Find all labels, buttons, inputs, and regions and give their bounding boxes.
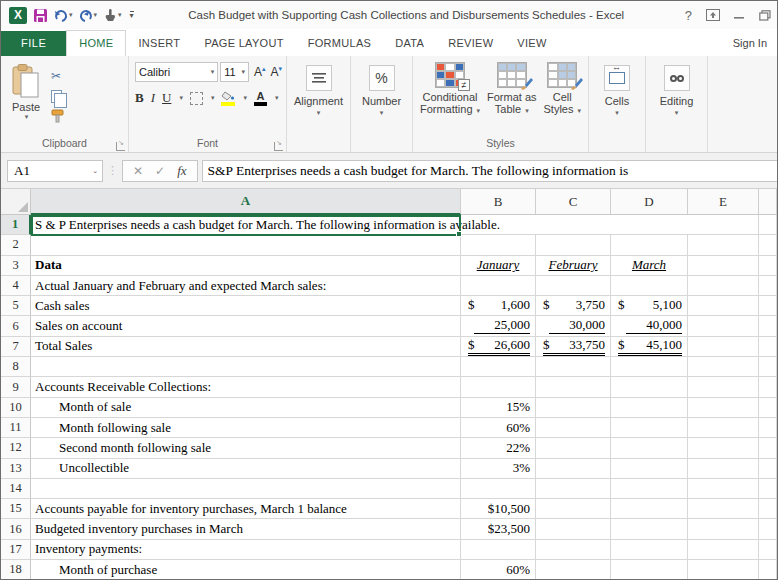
undo-button[interactable]: ▾: [52, 8, 75, 23]
cell-E8[interactable]: [688, 357, 759, 377]
cell-B5[interactable]: $1,600: [461, 296, 536, 316]
cell-D7[interactable]: $45,100: [611, 337, 688, 357]
cell-B7[interactable]: $26,600: [461, 337, 536, 357]
cell-F5[interactable]: [759, 296, 777, 316]
editing-group[interactable]: Editing ▾: [646, 56, 708, 152]
select-all-corner[interactable]: [1, 189, 31, 215]
cell-E18[interactable]: [688, 560, 759, 580]
row-header-15[interactable]: 15: [1, 499, 31, 519]
column-header-c[interactable]: C: [536, 189, 611, 215]
tab-page-layout[interactable]: PAGE LAYOUT: [192, 31, 295, 56]
cell-E5[interactable]: [688, 296, 759, 316]
cell-A12[interactable]: Second month following sale: [31, 438, 461, 458]
cell-D2[interactable]: [611, 235, 688, 255]
row-header-6[interactable]: 6: [1, 316, 31, 336]
cell-D12[interactable]: [611, 438, 688, 458]
cell-B15[interactable]: $10,500: [461, 499, 536, 519]
cell-D11[interactable]: [611, 418, 688, 438]
cell-F13[interactable]: [759, 459, 777, 479]
cell-C3[interactable]: February: [536, 256, 611, 276]
shrink-font-button[interactable]: A: [270, 65, 282, 79]
cell-C11[interactable]: [536, 418, 611, 438]
cell-F11[interactable]: [759, 418, 777, 438]
excel-app-icon[interactable]: X: [7, 6, 29, 25]
cell-D18[interactable]: [611, 560, 688, 580]
cell-A15[interactable]: Accounts payable for inventory purchases…: [31, 499, 461, 519]
font-color-dropdown[interactable]: ▾: [275, 94, 279, 102]
font-name-select[interactable]: Calibri▾: [135, 62, 218, 82]
row-header-14[interactable]: 14: [1, 479, 31, 499]
cell-C7[interactable]: $33,750: [536, 337, 611, 357]
cell-F10[interactable]: [759, 398, 777, 418]
borders-button[interactable]: [190, 92, 203, 105]
cell-C15[interactable]: [536, 499, 611, 519]
row-header-9[interactable]: 9: [1, 377, 31, 397]
name-box-dropdown[interactable]: ⌄: [92, 167, 98, 175]
cell-A10[interactable]: Month of sale: [31, 398, 461, 418]
grow-font-button[interactable]: A: [254, 65, 266, 79]
row-header-10[interactable]: 10: [1, 398, 31, 418]
cell-C10[interactable]: [536, 398, 611, 418]
row-header-1[interactable]: 1: [1, 215, 31, 235]
tab-insert[interactable]: INSERT: [126, 31, 192, 56]
copy-button[interactable]: ▾: [51, 88, 67, 104]
cell-D8[interactable]: [611, 357, 688, 377]
tab-data[interactable]: DATA: [383, 31, 436, 56]
cell-B13[interactable]: 3%: [461, 459, 536, 479]
sign-in-link[interactable]: Sign In: [723, 31, 777, 56]
cell-D13[interactable]: [611, 459, 688, 479]
cell-F6[interactable]: [759, 316, 777, 336]
cell-F17[interactable]: [759, 540, 777, 560]
cell-F1[interactable]: [759, 215, 777, 235]
cell-B4[interactable]: [461, 276, 536, 296]
cell-E12[interactable]: [688, 438, 759, 458]
cell-E3[interactable]: [688, 256, 759, 276]
cell-A11[interactable]: Month following sale: [31, 418, 461, 438]
cell-A18[interactable]: Month of purchase: [31, 560, 461, 580]
customize-qat-button[interactable]: ▾: [126, 10, 136, 20]
cell-F15[interactable]: [759, 499, 777, 519]
cell-B10[interactable]: 15%: [461, 398, 536, 418]
column-header-d[interactable]: D: [611, 189, 688, 215]
cell-F7[interactable]: [759, 337, 777, 357]
cell-E14[interactable]: [688, 479, 759, 499]
cell-F2[interactable]: [759, 235, 777, 255]
cell-F18[interactable]: [759, 560, 777, 580]
cell-C12[interactable]: [536, 438, 611, 458]
cell-C18[interactable]: [536, 560, 611, 580]
cell-F8[interactable]: [759, 357, 777, 377]
cell-D15[interactable]: [611, 499, 688, 519]
cell-E1[interactable]: [688, 215, 759, 235]
cell-A16[interactable]: Budgeted inventory purchases in March: [31, 519, 461, 539]
cell-E11[interactable]: [688, 418, 759, 438]
cell-A6[interactable]: Sales on account: [31, 316, 461, 336]
cells-group[interactable]: Cells ▾: [589, 56, 646, 152]
tab-home[interactable]: HOME: [66, 30, 126, 56]
cell-D6[interactable]: 40,000: [611, 316, 688, 336]
cell-B16[interactable]: $23,500: [461, 519, 536, 539]
underline-dropdown[interactable]: ▾: [179, 94, 183, 102]
cell-B11[interactable]: 60%: [461, 418, 536, 438]
cell-D4[interactable]: [611, 276, 688, 296]
cell-A7[interactable]: Total Sales: [31, 337, 461, 357]
font-dialog-launcher[interactable]: [274, 142, 283, 151]
column-header-e[interactable]: E: [688, 189, 759, 215]
number-group[interactable]: % Number ▾: [351, 56, 413, 152]
bold-button[interactable]: B: [135, 90, 144, 106]
save-button[interactable]: [31, 7, 50, 24]
cell-A8[interactable]: [31, 357, 461, 377]
format-painter-button[interactable]: [51, 108, 67, 124]
minimize-button[interactable]: [734, 10, 745, 20]
tab-view[interactable]: VIEW: [505, 31, 558, 56]
cell-C4[interactable]: [536, 276, 611, 296]
cell-C2[interactable]: [536, 235, 611, 255]
help-button[interactable]: ?: [685, 8, 692, 23]
tab-formulas[interactable]: FORMULAS: [296, 31, 384, 56]
cell-E2[interactable]: [688, 235, 759, 255]
tab-file[interactable]: FILE: [1, 31, 66, 56]
row-header-4[interactable]: 4: [1, 276, 31, 296]
cell-A9[interactable]: Accounts Receivable Collections:: [31, 377, 461, 397]
row-header-17[interactable]: 17: [1, 540, 31, 560]
cell-B9[interactable]: [461, 377, 536, 397]
cell-F16[interactable]: [759, 519, 777, 539]
